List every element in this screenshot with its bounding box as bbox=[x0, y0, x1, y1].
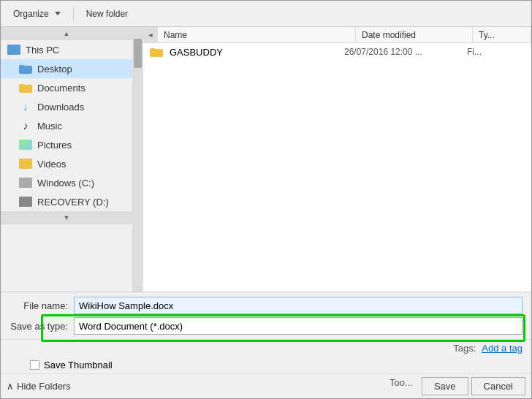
save-thumbnail-label: Save Thumbnail bbox=[44, 360, 113, 370]
nav-label-videos: Videos bbox=[37, 159, 66, 170]
file-item-type: Fi... bbox=[467, 47, 525, 57]
tool-label: Too... bbox=[390, 377, 413, 395]
col-type-label: Ty... bbox=[479, 30, 495, 40]
folder-blue-icon bbox=[18, 63, 33, 75]
save-dialog: Organize New folder ▲ This PC bbox=[0, 0, 532, 399]
organize-button[interactable]: Organize bbox=[7, 6, 67, 22]
toolbar-separator bbox=[73, 7, 74, 21]
nav-item-this-pc[interactable]: This PC bbox=[1, 40, 132, 59]
music-icon: ♪ bbox=[18, 120, 33, 132]
chevron-hide-icon: ∧ bbox=[7, 381, 14, 392]
organize-chevron-icon bbox=[55, 12, 61, 15]
nav-item-pictures[interactable]: Pictures bbox=[1, 135, 132, 154]
organize-label: Organize bbox=[13, 9, 49, 19]
pictures-icon bbox=[18, 139, 33, 151]
file-name-input[interactable] bbox=[74, 297, 522, 314]
col-date-label: Date modified bbox=[362, 30, 416, 40]
save-button[interactable]: Save bbox=[422, 377, 468, 395]
thumbnail-row: Save Thumbnail bbox=[1, 357, 531, 373]
save-thumbnail-checkbox[interactable] bbox=[30, 360, 39, 370]
file-item-name: GASBUDDY bbox=[170, 47, 338, 58]
cancel-button[interactable]: Cancel bbox=[471, 377, 525, 395]
nav-item-recovery-d[interactable]: RECOVERY (D:) bbox=[1, 192, 132, 211]
new-folder-button[interactable]: New folder bbox=[80, 6, 134, 22]
bottom-section: File name: Save as type: Word Document (… bbox=[1, 292, 531, 398]
nav-label-windows-c: Windows (C:) bbox=[37, 178, 94, 189]
tags-row: Tags: Add a tag bbox=[1, 339, 531, 357]
nav-label-music: Music bbox=[37, 121, 62, 132]
nav-item-downloads[interactable]: ↓ Downloads bbox=[1, 97, 132, 116]
main-content: ▲ This PC Desktop bbox=[1, 27, 531, 292]
tags-label: Tags: bbox=[453, 343, 476, 354]
nav-pane-wrap: ▲ This PC Desktop bbox=[1, 27, 143, 292]
file-name-row: File name: bbox=[1, 292, 531, 316]
nav-item-desktop[interactable]: Desktop bbox=[1, 59, 132, 78]
downloads-icon: ↓ bbox=[18, 101, 33, 113]
col-header-type[interactable]: Ty... bbox=[473, 27, 531, 42]
hide-folders-label: Hide Folders bbox=[17, 381, 71, 392]
scroll-left-icon: ◄ bbox=[148, 31, 154, 39]
nav-item-windows-c[interactable]: Windows (C:) bbox=[1, 173, 132, 192]
file-scroll-left[interactable]: ◄ bbox=[143, 27, 158, 42]
table-row[interactable]: GASBUDDY 26/07/2016 12:00 ... Fi... bbox=[143, 43, 531, 61]
nav-scroll-down[interactable]: ▼ bbox=[1, 211, 132, 224]
folder-doc-icon bbox=[18, 82, 33, 94]
col-header-name[interactable]: Name bbox=[158, 27, 356, 42]
drive-c-icon bbox=[18, 177, 33, 189]
nav-scrollbar-thumb[interactable] bbox=[134, 39, 142, 68]
nav-label-pictures: Pictures bbox=[37, 140, 72, 151]
new-folder-label: New folder bbox=[86, 9, 128, 19]
drive-d-icon bbox=[18, 196, 33, 208]
nav-label-documents: Documents bbox=[37, 83, 86, 94]
save-type-label: Save as type: bbox=[10, 321, 68, 332]
videos-icon bbox=[18, 158, 33, 170]
file-folder-icon bbox=[149, 46, 164, 58]
nav-label-recovery-d: RECOVERY (D:) bbox=[37, 197, 109, 208]
file-pane: ◄ Name Date modified Ty... GASBUDDY bbox=[143, 27, 531, 292]
file-column-headers: ◄ Name Date modified Ty... bbox=[143, 27, 531, 43]
monitor-icon bbox=[7, 44, 21, 56]
nav-scrollbar[interactable] bbox=[132, 27, 143, 292]
nav-label-this-pc: This PC bbox=[26, 45, 59, 56]
nav-label-desktop: Desktop bbox=[37, 64, 72, 75]
col-name-label: Name bbox=[164, 30, 187, 40]
file-name-label: File name: bbox=[10, 300, 68, 311]
file-item-date: 26/07/2016 12:00 ... bbox=[344, 47, 461, 57]
bottom-buttons: Too... Save Cancel bbox=[390, 377, 525, 395]
save-type-select[interactable]: Word Document (*.docx) bbox=[74, 317, 522, 335]
nav-item-music[interactable]: ♪ Music bbox=[1, 116, 132, 135]
toolbar: Organize New folder bbox=[1, 1, 531, 27]
hide-folders-toggle[interactable]: ∧ Hide Folders bbox=[7, 381, 71, 392]
nav-item-videos[interactable]: Videos bbox=[1, 154, 132, 173]
col-header-date[interactable]: Date modified bbox=[356, 27, 473, 42]
nav-scroll-up[interactable]: ▲ bbox=[1, 27, 132, 40]
bottom-bar: ∧ Hide Folders Too... Save Cancel bbox=[1, 373, 531, 398]
file-list: GASBUDDY 26/07/2016 12:00 ... Fi... bbox=[143, 43, 531, 292]
save-type-row: Save as type: Word Document (*.docx) bbox=[1, 316, 531, 339]
add-tag-link[interactable]: Add a tag bbox=[482, 343, 522, 354]
nav-item-documents[interactable]: Documents bbox=[1, 78, 132, 97]
nav-label-downloads: Downloads bbox=[37, 102, 84, 113]
nav-pane: ▲ This PC Desktop bbox=[1, 27, 132, 292]
